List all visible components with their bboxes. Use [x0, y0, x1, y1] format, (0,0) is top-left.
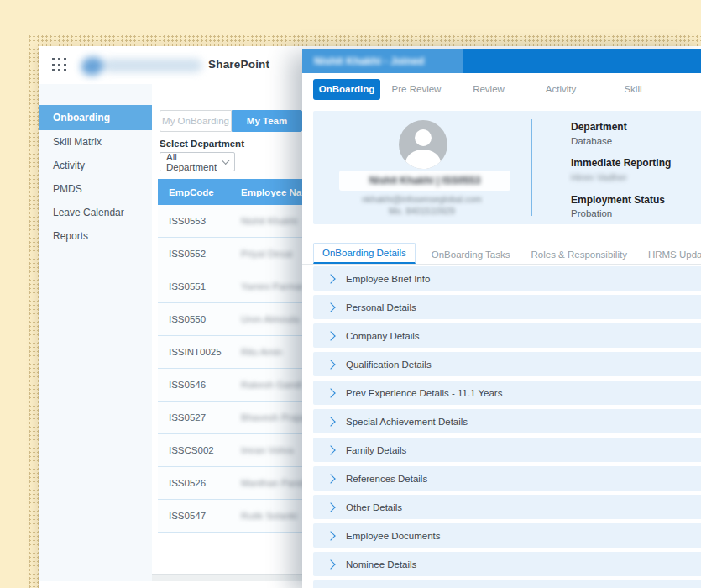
tab-activity[interactable]: Activity [525, 84, 597, 94]
employee-detail-panel: Nishit Khakhi - Joined OnBoarding Pre Re… [302, 49, 701, 588]
employee-mobile: Mo. 8401510929 [313, 206, 531, 216]
empcode-cell: ISS0526 [158, 478, 238, 488]
field-label: Department [571, 121, 701, 134]
field-label: Employment Status [571, 194, 701, 207]
subtab-hrms-update[interactable]: HRMS Update [643, 245, 701, 264]
column-empcode: EmpCode [158, 187, 238, 197]
accordion-label: Special Achievement Details [346, 417, 468, 427]
chevron-right-icon [326, 531, 335, 540]
accordion-label: Qualification Details [346, 360, 432, 370]
field-value: Probation [571, 207, 701, 222]
accordion-section-other-details[interactable]: Other Details [313, 495, 701, 519]
chevron-right-icon [326, 559, 335, 569]
subtab-roles-responsibility[interactable]: Roles & Responsibility [526, 245, 632, 264]
empcode-cell: ISS0553 [158, 216, 238, 226]
chevron-right-icon [326, 388, 335, 397]
tab-pre-review[interactable]: Pre Review [380, 84, 453, 94]
chevron-right-icon [326, 302, 335, 312]
field-immediate-reporting: Immediate Reporting Hiren Vadher [571, 157, 701, 185]
company-logo [75, 52, 209, 79]
accordion-label: Family Details [346, 445, 406, 455]
accordion-label: Personal Details [346, 302, 416, 312]
modal-tabs: OnBoarding Pre Review Review Activity Sk… [302, 73, 701, 105]
accordion-section-qualification-details[interactable]: Qualification Details [313, 352, 701, 376]
empcode-cell: ISSCS002 [158, 445, 238, 455]
accordion-section-partial[interactable] [313, 580, 701, 588]
field-employment-status: Employment Status Probation [571, 194, 701, 222]
field-department: Department Database [571, 121, 701, 149]
chevron-right-icon [326, 474, 335, 483]
accordion-label: Employee Documents [346, 531, 441, 541]
accordion-section-references-details[interactable]: References Details [313, 466, 701, 491]
field-label: Immediate Reporting [571, 157, 701, 171]
detail-accordion: Employee Brief Info Personal Details Com… [313, 266, 701, 588]
subtab-onboarding-details[interactable]: OnBoarding Details [313, 243, 416, 264]
field-value: Hiren Vadher [571, 171, 701, 186]
empcode-cell: ISSINT0025 [158, 347, 238, 357]
profile-card: Nishit Khakhi | ISS0553 nkhakhi@infosens… [313, 111, 701, 224]
tab-review[interactable]: Review [453, 84, 525, 94]
chevron-right-icon [326, 331, 335, 340]
department-select-value: All Department [166, 152, 223, 172]
modal-title: Nishit Khakhi - Joined [314, 55, 424, 67]
employee-email: nkhakhi@infosenseglobal.com [313, 194, 531, 204]
sharepoint-label: SharePoint [208, 58, 269, 71]
profile-identity: Nishit Khakhi | ISS0553 nkhakhi@infosens… [313, 111, 531, 224]
empcode-cell: ISS0546 [158, 380, 238, 390]
accordion-section-employee-documents[interactable]: Employee Documents [313, 523, 701, 548]
employee-name-line: Nishit Khakhi | ISS0553 [369, 175, 481, 186]
sidebar-item-activity[interactable]: Activity [39, 154, 152, 177]
chevron-right-icon [326, 417, 335, 426]
my-onboarding-tab[interactable]: My OnBoarding [160, 110, 232, 132]
my-team-tab[interactable]: My Team [232, 110, 302, 132]
chevron-right-icon [326, 445, 335, 454]
empcode-cell: ISS0552 [158, 249, 238, 259]
accordion-section-personal-details[interactable]: Personal Details [313, 295, 701, 319]
waffle-menu-icon[interactable] [52, 58, 67, 72]
sidebar-item-skill-matrix[interactable]: Skill Matrix [39, 130, 152, 154]
empcode-cell: ISS0527 [158, 412, 238, 423]
accordion-label: Employee Brief Info [346, 274, 430, 284]
chevron-right-icon [326, 274, 335, 283]
accordion-label: References Details [346, 474, 427, 484]
modal-title-blur-box: Nishit Khakhi - Joined [302, 49, 463, 73]
screenshot-canvas: SharePoint Onboarding Skill Matrix Activ… [0, 0, 701, 588]
subtab-onboarding-tasks[interactable]: OnBoarding Tasks [426, 245, 515, 264]
accordion-section-family-details[interactable]: Family Details [313, 438, 701, 462]
accordion-section-employee-brief-info[interactable]: Employee Brief Info [313, 266, 701, 291]
tab-onboarding[interactable]: OnBoarding [313, 79, 380, 100]
sidebar: Onboarding Skill Matrix Activity PMDS Le… [39, 84, 153, 581]
view-toggle: My OnBoarding My Team [160, 110, 302, 132]
sidebar-item-onboarding[interactable]: Onboarding [39, 105, 152, 130]
accordion-label: Other Details [346, 502, 402, 512]
sidebar-item-leave-calendar[interactable]: Leave Calendar [39, 201, 152, 224]
sidebar-item-reports[interactable]: Reports [39, 224, 152, 248]
empcode-cell: ISS0551 [158, 281, 238, 291]
accordion-section-special-achievement[interactable]: Special Achievement Details [313, 409, 701, 433]
select-department-label: Select Department [160, 139, 244, 149]
detail-subtabs: OnBoarding Details OnBoarding Tasks Role… [302, 242, 701, 265]
field-value: Database [571, 134, 701, 150]
sidebar-item-pmds[interactable]: PMDS [39, 177, 152, 201]
chevron-right-icon [326, 502, 335, 512]
accordion-section-nominee-details[interactable]: Nominee Details [313, 552, 701, 576]
accordion-label: Nominee Details [346, 559, 416, 570]
accordion-section-prev-experience[interactable]: Prev Experience Details - 11.1 Years [313, 381, 701, 405]
avatar [399, 120, 447, 169]
accordion-label: Prev Experience Details - 11.1 Years [346, 388, 502, 398]
accordion-label: Company Details [346, 331, 420, 341]
empcode-cell: ISS0550 [158, 314, 238, 324]
chevron-right-icon [326, 360, 335, 369]
tab-skill[interactable]: Skill [597, 84, 669, 94]
modal-title-bar: Nishit Khakhi - Joined [302, 49, 701, 73]
accordion-section-company-details[interactable]: Company Details [313, 323, 701, 348]
employee-name-badge: Nishit Khakhi | ISS0553 [339, 171, 510, 191]
department-select[interactable]: All Department [160, 152, 235, 171]
empcode-cell: ISS0547 [158, 511, 238, 521]
profile-fields: Department Database Immediate Reporting … [532, 111, 701, 224]
